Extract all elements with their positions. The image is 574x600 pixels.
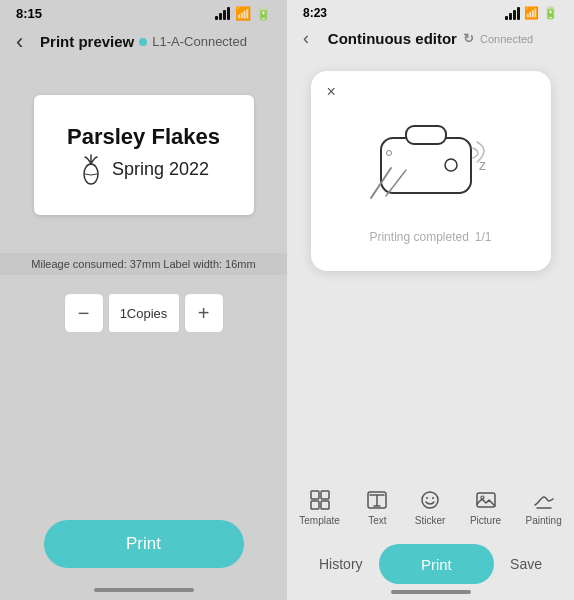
carrot-illustration [78, 154, 104, 186]
template-icon [307, 487, 333, 513]
right-battery-icon: 🔋 [543, 6, 558, 20]
connection-dot [139, 38, 147, 46]
right-wifi-icon: 📶 [524, 6, 539, 20]
left-home-indicator [94, 588, 194, 592]
printer-illustration: z [351, 98, 511, 218]
label-subtitle: Spring 2022 [112, 159, 209, 180]
right-header: ‹ Continuous editor ↻ Connected [287, 26, 574, 51]
toolbar-item-picture[interactable]: Picture [470, 487, 501, 526]
left-signal-icon [215, 7, 230, 20]
mileage-info: Mileage consumed: 37mm Label width: 16mm [0, 253, 287, 275]
history-button[interactable]: History [303, 548, 379, 580]
print-status-row: Printing completed 1/1 [369, 222, 491, 244]
refresh-icon[interactable]: ↻ [463, 31, 474, 46]
label-card: Parsley Flakes Spring 2022 [34, 95, 254, 215]
left-status-bar: 8:15 📶 🔋 [0, 0, 287, 27]
svg-rect-7 [321, 491, 329, 499]
close-overlay-button[interactable]: × [327, 83, 336, 101]
left-battery-icon: 🔋 [256, 7, 271, 21]
svg-rect-2 [406, 126, 446, 144]
sticker-icon [417, 487, 443, 513]
increase-copies-button[interactable]: + [184, 293, 224, 333]
right-action-row: History Print Save [287, 534, 574, 590]
left-print-button[interactable]: Print [44, 520, 244, 568]
svg-point-11 [422, 492, 438, 508]
toolbar-item-painting[interactable]: Painting [526, 487, 562, 526]
right-toolbar: Template Text Sticker Picture [287, 479, 574, 534]
label-preview-area: Parsley Flakes Spring 2022 [0, 56, 287, 253]
right-status-bar: 8:23 📶 🔋 [287, 0, 574, 26]
svg-point-12 [426, 497, 428, 499]
left-title-text: Print preview [40, 33, 134, 50]
print-complete-text: Printing completed [369, 230, 468, 244]
painting-label: Painting [526, 515, 562, 526]
svg-point-13 [432, 497, 434, 499]
right-print-button[interactable]: Print [379, 544, 495, 584]
print-count: 1/1 [475, 230, 492, 244]
toolbar-item-sticker[interactable]: Sticker [415, 487, 446, 526]
left-header-title: Print preview L1-A-Connected [40, 33, 247, 50]
right-connected-badge: Connected [480, 33, 533, 45]
svg-rect-6 [311, 491, 319, 499]
svg-rect-14 [477, 493, 495, 507]
copies-row: − 1Copies + [64, 293, 224, 333]
painting-icon [531, 487, 557, 513]
left-connected-text: L1-A-Connected [152, 34, 247, 49]
picture-icon [473, 487, 499, 513]
text-icon [364, 487, 390, 513]
toolbar-item-template[interactable]: Template [299, 487, 340, 526]
decrease-copies-button[interactable]: − [64, 293, 104, 333]
svg-point-3 [445, 159, 457, 171]
right-status-icons: 📶 🔋 [505, 6, 558, 20]
svg-rect-8 [311, 501, 319, 509]
copies-value: 1Copies [120, 306, 168, 321]
sticker-label: Sticker [415, 515, 446, 526]
left-back-button[interactable]: ‹ [16, 29, 23, 55]
left-header: ‹ Print preview L1-A-Connected [0, 27, 287, 56]
picture-label: Picture [470, 515, 501, 526]
copies-display: 1Copies [108, 293, 180, 333]
print-complete-overlay: × z Printing completed 1/1 [311, 71, 551, 271]
left-status-icons: 📶 🔋 [215, 6, 271, 21]
mileage-text: Mileage consumed: 37mm Label width: 16mm [31, 258, 255, 270]
right-header-title: Continuous editor ↻ Connected [328, 30, 533, 47]
right-home-indicator [391, 590, 471, 594]
left-wifi-icon: 📶 [235, 6, 251, 21]
right-title-text: Continuous editor [328, 30, 457, 47]
label-title: Parsley Flakes [67, 124, 220, 150]
right-signal-icon [505, 7, 520, 20]
label-sub-row: Spring 2022 [78, 154, 209, 186]
toolbar-item-text[interactable]: Text [364, 487, 390, 526]
left-time: 8:15 [16, 6, 42, 21]
right-panel: 8:23 📶 🔋 ‹ Continuous editor ↻ Connected… [287, 0, 574, 600]
text-label: Text [368, 515, 386, 526]
save-button[interactable]: Save [494, 548, 558, 580]
right-back-button[interactable]: ‹ [303, 28, 309, 49]
left-panel: 8:15 📶 🔋 ‹ Print preview L1-A-Connected … [0, 0, 287, 600]
svg-rect-9 [321, 501, 329, 509]
template-label: Template [299, 515, 340, 526]
right-time: 8:23 [303, 6, 327, 20]
